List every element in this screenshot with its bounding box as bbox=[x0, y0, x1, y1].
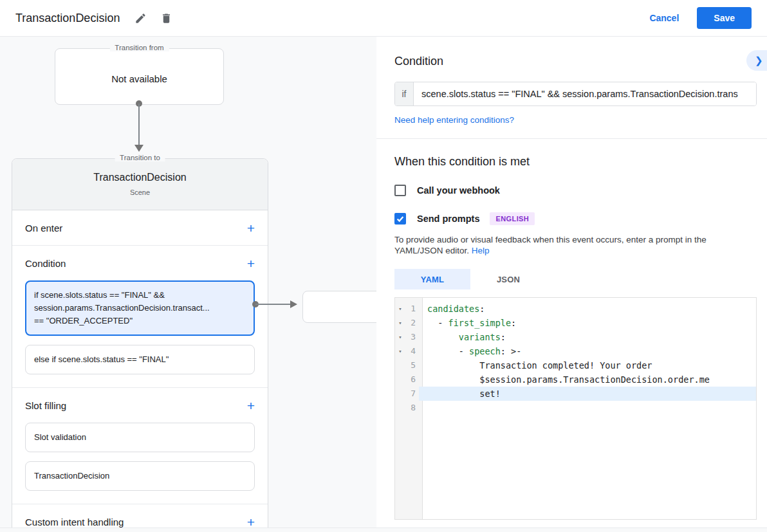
fold-spacer bbox=[395, 372, 405, 387]
condition-detail-panel: ❯ Condition if Need help entering condit… bbox=[376, 37, 767, 527]
handler-chip[interactable]: else if scene.slots.status == "FINAL" bbox=[25, 345, 255, 374]
handler-chip[interactable]: TransactionDecision bbox=[25, 461, 255, 491]
section-header: Custom intent handling+ bbox=[12, 504, 268, 527]
panel-title: Condition bbox=[394, 55, 728, 68]
yaml-text bbox=[427, 332, 459, 342]
cancel-button[interactable]: Cancel bbox=[649, 13, 679, 23]
code-text[interactable]: - speech: >- bbox=[419, 344, 756, 358]
bottom-strip bbox=[0, 527, 767, 532]
scene-type-label: Scene bbox=[12, 188, 268, 196]
yaml-text: : bbox=[479, 304, 485, 314]
section-header: On enter+ bbox=[12, 210, 268, 245]
transition-from-legend: Transition from bbox=[109, 44, 169, 51]
code-text[interactable] bbox=[419, 401, 756, 415]
send-prompts-row: Send prompts ENGLISH bbox=[394, 212, 757, 225]
fold-spacer bbox=[395, 358, 405, 372]
condition-met-title: When this condition is met bbox=[394, 155, 757, 169]
transition-from-box: Transition from Not available bbox=[55, 48, 224, 105]
tab-json[interactable]: JSON bbox=[470, 269, 546, 289]
code-line: 8 bbox=[395, 401, 756, 415]
arrow-right-icon bbox=[290, 300, 297, 308]
fold-arrow-icon[interactable]: ▾ bbox=[395, 344, 405, 358]
line-number: 7 bbox=[405, 387, 419, 401]
yaml-text: - bbox=[427, 318, 448, 328]
line-number: 5 bbox=[405, 358, 419, 372]
fold-arrow-icon[interactable]: ▾ bbox=[395, 330, 405, 344]
tab-yaml[interactable]: YAML bbox=[394, 269, 470, 289]
code-line: 6 $session.params.TransactionDecision.or… bbox=[395, 372, 756, 387]
code-line: ▾1candidates: bbox=[395, 302, 756, 316]
language-badge: ENGLISH bbox=[490, 212, 535, 225]
scene-card-header: TransactionDecision Scene bbox=[12, 159, 268, 210]
scene-section: Condition+if scene.slots.status == "FINA… bbox=[12, 246, 268, 388]
chip-text-line: session.params.TransactionDecision.trans… bbox=[34, 302, 246, 315]
call-webhook-label: Call your webhook bbox=[417, 185, 500, 196]
yaml-text: Transaction completed! Your order bbox=[427, 360, 652, 371]
code-line: ▾3 variants: bbox=[395, 330, 756, 344]
code-text[interactable]: - first_simple: bbox=[419, 316, 756, 330]
transition-to-legend: Transition to bbox=[115, 154, 165, 161]
code-text[interactable]: Transaction completed! Your order bbox=[419, 358, 756, 372]
section-header: Slot filling+ bbox=[12, 388, 268, 423]
editor-hint-text: To provide audio or visual feedback when… bbox=[394, 235, 707, 255]
chip-text-line: if scene.slots.status == "FINAL" && bbox=[34, 289, 246, 302]
yaml-text: : bbox=[511, 318, 516, 328]
chip-text-line: TransactionDecision bbox=[34, 470, 246, 482]
add-icon[interactable]: + bbox=[247, 221, 255, 235]
send-prompts-label: Send prompts bbox=[417, 214, 479, 224]
save-button[interactable]: Save bbox=[697, 7, 752, 29]
help-link[interactable]: Help bbox=[472, 246, 490, 255]
fold-arrow-icon[interactable]: ▾ bbox=[395, 316, 405, 330]
yaml-key: speech bbox=[469, 346, 501, 356]
yaml-key: candidates bbox=[427, 304, 479, 314]
scene-section: On enter+ bbox=[12, 210, 268, 246]
section-divider bbox=[376, 138, 767, 139]
code-text[interactable]: variants: bbox=[419, 330, 756, 344]
webhook-row: Call your webhook bbox=[394, 185, 757, 196]
editor-hint: To provide audio or visual feedback when… bbox=[394, 234, 754, 256]
section-header: Condition+ bbox=[12, 246, 268, 280]
connector-line-vertical bbox=[138, 104, 140, 145]
condition-expression-input[interactable] bbox=[414, 82, 756, 105]
call-webhook-checkbox[interactable] bbox=[394, 185, 406, 196]
arrow-down-icon bbox=[134, 145, 143, 152]
chip-text-line: == "ORDER_ACCEPTED" bbox=[34, 315, 246, 327]
code-line: 7 set! bbox=[395, 387, 756, 401]
add-icon[interactable]: + bbox=[247, 515, 255, 528]
code-text[interactable]: candidates: bbox=[419, 302, 756, 316]
fold-spacer bbox=[395, 387, 405, 401]
trash-icon[interactable] bbox=[158, 10, 174, 26]
scene-section: Slot filling+Slot validationTransactionD… bbox=[12, 388, 268, 504]
fold-spacer bbox=[395, 401, 405, 415]
section-label: Slot filling bbox=[25, 400, 66, 411]
yaml-key: first_simple bbox=[448, 318, 512, 328]
line-number: 3 bbox=[405, 330, 419, 344]
condition-input-row: if bbox=[394, 82, 757, 106]
yaml-code-editor[interactable]: ▾1candidates:▾2 - first_simple:▾3 varian… bbox=[394, 297, 757, 520]
section-label: Custom intent handling bbox=[25, 517, 124, 527]
add-icon[interactable]: + bbox=[247, 399, 255, 412]
yaml-text: : bbox=[501, 332, 506, 342]
code-line: ▾2 - first_simple: bbox=[395, 316, 756, 330]
add-icon[interactable]: + bbox=[247, 257, 255, 270]
handler-chip[interactable]: if scene.slots.status == "FINAL" &&sessi… bbox=[25, 280, 255, 336]
yaml-text: $session.params.TransactionDecision.orde… bbox=[427, 374, 710, 385]
chevron-right-icon: ❯ bbox=[755, 55, 763, 66]
code-line: ▾4 - speech: >- bbox=[395, 344, 756, 358]
fold-arrow-icon[interactable]: ▾ bbox=[395, 302, 405, 316]
conditions-help-link[interactable]: Need help entering conditions? bbox=[394, 115, 514, 125]
pencil-icon[interactable] bbox=[133, 10, 148, 26]
code-text[interactable]: set! bbox=[419, 387, 756, 401]
collapse-panel-button[interactable]: ❯ bbox=[746, 50, 767, 71]
code-text[interactable]: $session.params.TransactionDecision.orde… bbox=[419, 372, 756, 387]
yaml-key: variants bbox=[459, 332, 501, 342]
yaml-text: : >- bbox=[501, 346, 522, 356]
yaml-text: set! bbox=[427, 389, 501, 399]
handler-chip[interactable]: Slot validation bbox=[25, 423, 255, 452]
chip-text-line: Slot validation bbox=[34, 431, 246, 444]
scene-section: Custom intent handling+ bbox=[12, 504, 268, 527]
code-line: 5 Transaction completed! Your order bbox=[395, 358, 756, 372]
send-prompts-checkbox[interactable] bbox=[394, 213, 406, 225]
transition-to-card: Transition to TransactionDecision Scene … bbox=[12, 158, 268, 527]
transition-target-node[interactable] bbox=[302, 291, 376, 323]
